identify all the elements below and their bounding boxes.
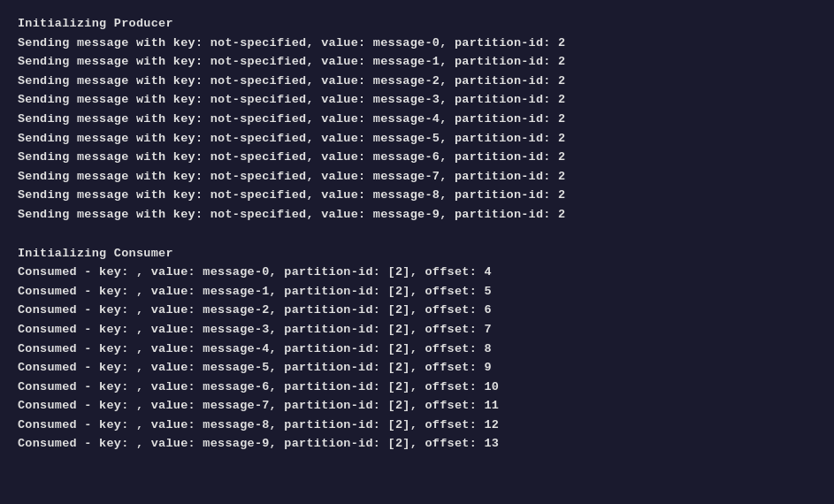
terminal-line: Consumed - key: , value: message-1, part… xyxy=(18,282,816,302)
terminal-line: Consumed - key: , value: message-9, part… xyxy=(18,434,816,454)
terminal-line: Consumed - key: , value: message-8, part… xyxy=(18,416,816,435)
terminal-line: Sending message with key: not-specified,… xyxy=(18,52,816,72)
terminal-line: Sending message with key: not-specified,… xyxy=(18,110,816,129)
terminal-line: Sending message with key: not-specified,… xyxy=(18,72,816,91)
terminal-line: Consumed - key: , value: message-6, part… xyxy=(18,378,816,397)
terminal-line: Sending message with key: not-specified,… xyxy=(18,90,816,110)
terminal-line: Sending message with key: not-specified,… xyxy=(18,129,816,149)
terminal-line: Consumed - key: , value: message-4, part… xyxy=(18,340,816,359)
terminal-line: Sending message with key: not-specified,… xyxy=(18,148,816,167)
terminal-line: Sending message with key: not-specified,… xyxy=(18,167,816,187)
blank-line xyxy=(18,225,816,244)
terminal-line: Initializing Producer xyxy=(18,14,816,34)
terminal-line: Consumed - key: , value: message-5, part… xyxy=(18,358,816,378)
terminal-line: Consumed - key: , value: message-3, part… xyxy=(18,320,816,340)
terminal-line: Sending message with key: not-specified,… xyxy=(18,186,816,205)
terminal-output: Initializing ProducerSending message wit… xyxy=(0,0,834,504)
terminal-line: Initializing Consumer xyxy=(18,244,816,263)
terminal-line: Sending message with key: not-specified,… xyxy=(18,205,816,225)
terminal-line: Consumed - key: , value: message-2, part… xyxy=(18,301,816,320)
terminal-line: Consumed - key: , value: message-7, part… xyxy=(18,396,816,416)
terminal-line: Sending message with key: not-specified,… xyxy=(18,34,816,53)
terminal-line: Consumed - key: , value: message-0, part… xyxy=(18,263,816,282)
